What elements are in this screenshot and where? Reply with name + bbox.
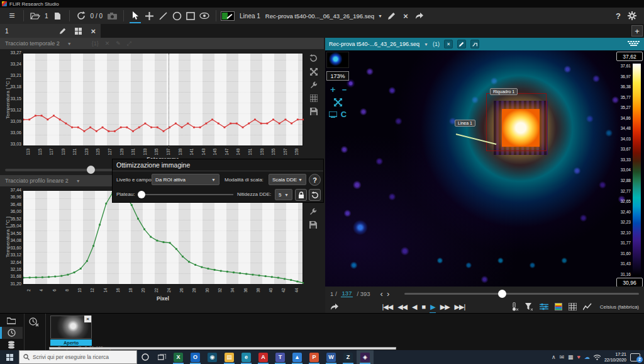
- rename-tab-icon[interactable]: [60, 28, 66, 34]
- taskbar-app-file-explorer[interactable]: ▤: [221, 350, 238, 364]
- scale-min-value[interactable]: 30,96: [616, 278, 643, 287]
- line-tool[interactable]: [156, 8, 170, 23]
- settings-gear-icon[interactable]: [625, 8, 639, 23]
- roi-rectangle[interactable]: [486, 93, 547, 151]
- taskbar-search-input[interactable]: Scrivi qui per eseguire la ricerca: [19, 350, 137, 364]
- tray-expand-icon[interactable]: ∧: [552, 354, 556, 360]
- taskbar-app-compass-app[interactable]: ◉: [204, 350, 221, 364]
- fullscreen-icon[interactable]: [329, 111, 337, 118]
- dialog-reset-button[interactable]: [309, 189, 321, 201]
- previous-frame-icon[interactable]: ‹: [380, 290, 383, 298]
- data-table-icon[interactable]: [569, 303, 577, 310]
- tray-app-icon[interactable]: ▦: [568, 354, 574, 360]
- taskbar-app-flir-research-studio[interactable]: ◈: [357, 350, 374, 364]
- palette-icon[interactable]: [555, 303, 562, 310]
- workspace-tab-1[interactable]: 1 ×: [0, 24, 101, 38]
- dialog-help-button[interactable]: ?: [309, 174, 321, 186]
- start-button[interactable]: [0, 350, 19, 364]
- wifi-icon[interactable]: [594, 355, 601, 360]
- clear-history-icon[interactable]: [29, 317, 39, 327]
- roi-color-swatch[interactable]: [221, 11, 235, 21]
- scale-mode-select[interactable]: Scala DDE▼: [269, 174, 306, 185]
- rotate-icon[interactable]: C: [341, 110, 347, 119]
- frame-slider[interactable]: [404, 293, 639, 295]
- database-icon[interactable]: [0, 339, 23, 351]
- chart1-settings-wrench-icon[interactable]: [310, 81, 318, 89]
- scale-max-value[interactable]: 37,62: [616, 52, 643, 61]
- cursor-tool[interactable]: [128, 8, 142, 23]
- lock-button[interactable]: [295, 189, 307, 201]
- chart1-plot-area[interactable]: [23, 53, 303, 146]
- share-icon[interactable]: [330, 303, 339, 310]
- chevron-down-icon[interactable]: ▼: [76, 179, 80, 183]
- roi-line-label[interactable]: Linea 1: [455, 120, 475, 127]
- skip-to-start-button[interactable]: |◀◀: [379, 303, 395, 311]
- plateau-slider[interactable]: [139, 194, 233, 195]
- zoom-level-readout[interactable]: 173%: [326, 71, 349, 81]
- rewind-button[interactable]: ◀◀: [395, 303, 409, 311]
- play-button[interactable]: ▶: [428, 303, 437, 311]
- mail-icon[interactable]: ✉: [560, 354, 565, 360]
- chart2-settings-wrench-icon[interactable]: [309, 208, 317, 215]
- taskbar-app-outlook[interactable]: O: [187, 350, 204, 364]
- layout-grid-icon[interactable]: [75, 28, 82, 35]
- folder-icon[interactable]: [0, 315, 23, 327]
- close-tab-icon[interactable]: ×: [91, 27, 96, 35]
- menu-icon[interactable]: ≡: [5, 8, 19, 23]
- temperature-units-label[interactable]: Celsius (fabbrica): [600, 304, 639, 310]
- task-view-icon[interactable]: [153, 350, 170, 364]
- camera-icon[interactable]: [105, 8, 119, 23]
- plateau-slider-thumb[interactable]: [138, 191, 145, 198]
- stop-button[interactable]: ■: [419, 303, 428, 310]
- taskbar-app-teams[interactable]: T: [272, 350, 289, 364]
- level-span-select[interactable]: Da ROI attiva▼: [152, 174, 219, 185]
- file-selector-dropdown[interactable]: Rec-prova t540-00..._06_43_26_196.seq▼: [263, 13, 385, 20]
- viewer-export-icon[interactable]: [470, 40, 479, 48]
- taskbar-app-flir-tools[interactable]: Z: [340, 350, 357, 364]
- taskbar-app-word[interactable]: W: [323, 350, 340, 364]
- filter-toggle-icon[interactable]: [525, 303, 533, 311]
- taskbar-clock[interactable]: 17:21 22/10/2020: [604, 351, 626, 363]
- taskbar-app-photos[interactable]: ▲: [289, 350, 306, 364]
- chevron-down-icon[interactable]: ▼: [67, 42, 72, 46]
- notification-center-icon[interactable]: 2: [630, 353, 640, 361]
- edit-file-icon[interactable]: [385, 8, 399, 23]
- step-back-button[interactable]: ◀: [409, 303, 419, 311]
- dde-sharpness-select[interactable]: 5▼: [275, 189, 292, 200]
- image-optimization-icon[interactable]: [540, 303, 548, 310]
- zoom-in-icon[interactable]: ＋: [329, 84, 337, 95]
- taskbar-app-excel[interactable]: X: [170, 350, 187, 364]
- next-frame-icon[interactable]: ›: [387, 290, 389, 298]
- new-document-icon[interactable]: [51, 8, 65, 23]
- keyboard-icon[interactable]: [628, 41, 640, 47]
- roi-rectangle-label[interactable]: Riquadro 1: [490, 88, 518, 95]
- taskbar-app-edge[interactable]: e: [238, 350, 255, 364]
- help-icon[interactable]: ?: [611, 8, 625, 23]
- spot-tool[interactable]: [142, 8, 156, 23]
- chevron-down-icon[interactable]: ▼: [424, 42, 428, 47]
- current-frame-field[interactable]: 137: [341, 290, 353, 297]
- chart1-table-icon[interactable]: [310, 94, 318, 102]
- fit-to-window-icon[interactable]: [334, 98, 342, 106]
- chart1-frame-cursor[interactable]: [169, 54, 169, 147]
- chart2-save-icon[interactable]: [309, 221, 317, 229]
- ellipse-tool[interactable]: [170, 8, 184, 23]
- skip-to-end-button[interactable]: ▶▶|: [452, 303, 468, 311]
- refresh-icon[interactable]: [74, 8, 88, 23]
- close-file-icon[interactable]: ×: [399, 8, 413, 23]
- tray-heart-icon[interactable]: ♥: [577, 354, 580, 360]
- thermometer-toggle-icon[interactable]: [511, 302, 519, 311]
- color-scale-bar[interactable]: [633, 64, 641, 276]
- fast-forward-button[interactable]: ▶▶: [438, 303, 452, 311]
- visibility-icon[interactable]: [197, 8, 211, 23]
- chart1-save-icon[interactable]: [310, 108, 318, 115]
- filmstrip-close-icon[interactable]: ×: [84, 316, 91, 322]
- chart1-fit-icon[interactable]: [310, 68, 318, 76]
- taskbar-app-powerpoint[interactable]: P: [306, 350, 323, 364]
- export-file-icon[interactable]: [413, 8, 426, 23]
- plot-icon[interactable]: [583, 303, 592, 310]
- cortana-icon[interactable]: [137, 350, 153, 364]
- recent-clock-icon[interactable]: [0, 327, 23, 339]
- viewer-close-icon[interactable]: ×: [444, 40, 453, 48]
- viewer-edit-icon[interactable]: [457, 40, 466, 48]
